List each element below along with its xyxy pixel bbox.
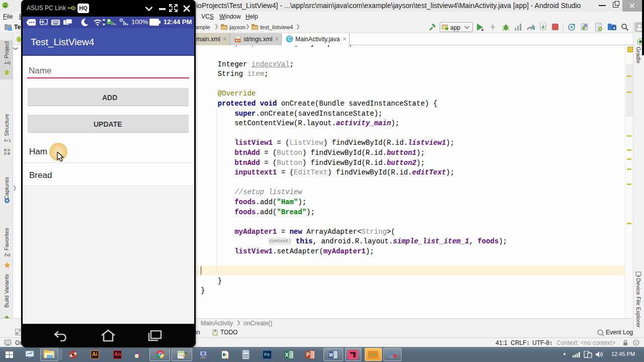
svg-text:C: C (288, 36, 291, 42)
svg-text:P: P (306, 352, 310, 357)
